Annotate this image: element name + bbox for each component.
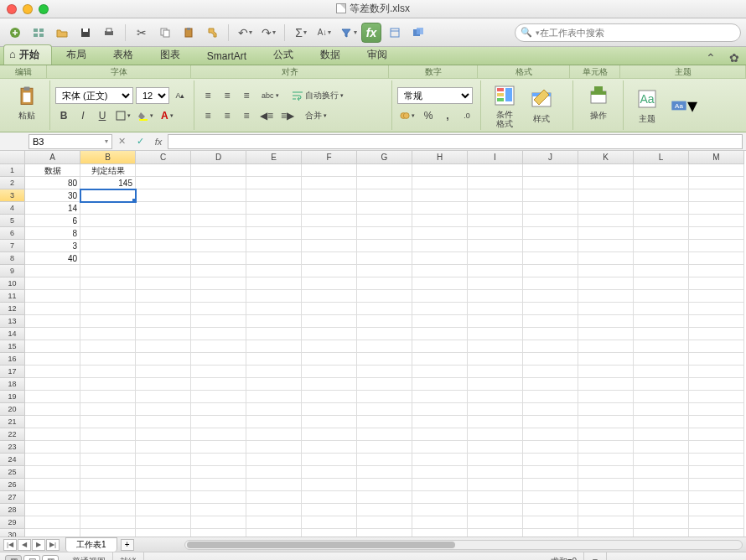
cancel-formula-button[interactable]: ✕ [114, 134, 129, 149]
cell[interactable] [578, 252, 634, 265]
cell[interactable] [302, 315, 357, 328]
col-header[interactable]: L [634, 151, 689, 164]
cell[interactable] [468, 491, 523, 504]
cell[interactable] [523, 277, 578, 290]
cell[interactable] [689, 164, 744, 177]
cell[interactable] [246, 366, 302, 378]
cell[interactable] [578, 227, 634, 240]
save-button[interactable] [75, 23, 96, 43]
cell[interactable] [246, 252, 302, 265]
cell[interactable] [191, 353, 246, 366]
cell[interactable] [523, 340, 578, 353]
select-all-corner[interactable] [0, 151, 25, 164]
cell[interactable] [25, 353, 80, 366]
cell[interactable] [136, 177, 191, 189]
cell[interactable] [412, 227, 468, 240]
cell[interactable] [412, 340, 468, 353]
comma-button[interactable]: , [439, 107, 456, 124]
cell[interactable] [25, 378, 80, 391]
cell[interactable] [634, 340, 689, 353]
cell[interactable] [689, 215, 744, 227]
align-middle-button[interactable]: ≡ [219, 87, 236, 104]
cell[interactable] [136, 378, 191, 391]
confirm-formula-button[interactable]: ✓ [132, 134, 148, 149]
merge-button[interactable]: 合并 [299, 107, 333, 124]
col-header[interactable]: B [80, 151, 136, 164]
cell[interactable] [191, 202, 246, 215]
cell[interactable] [523, 466, 578, 479]
row-header[interactable]: 17 [0, 366, 25, 378]
percent-button[interactable]: % [420, 107, 437, 124]
show-toolbox-button[interactable] [385, 23, 405, 43]
cell[interactable] [246, 240, 302, 252]
open-button[interactable] [52, 23, 72, 43]
cut-button[interactable]: ✂ [132, 23, 152, 43]
cells-area[interactable]: 数据判定结果80145301468340 [25, 164, 746, 537]
copy-button[interactable] [155, 23, 175, 43]
cell[interactable] [689, 504, 744, 516]
cell[interactable] [689, 454, 744, 466]
cell[interactable] [523, 290, 578, 303]
cell[interactable] [302, 378, 357, 391]
cell[interactable] [80, 328, 136, 340]
cell[interactable] [246, 516, 302, 529]
cell[interactable] [191, 340, 246, 353]
cell[interactable] [246, 391, 302, 403]
cell[interactable] [136, 416, 191, 428]
row-header[interactable]: 3 [0, 189, 25, 202]
cell[interactable] [634, 378, 689, 391]
cell[interactable]: 6 [25, 215, 80, 227]
cell[interactable]: 80 [25, 177, 80, 189]
cell[interactable] [246, 428, 302, 441]
print-button[interactable] [99, 23, 119, 43]
cell[interactable] [191, 391, 246, 403]
cell[interactable] [302, 240, 357, 252]
underline-button[interactable]: U [94, 107, 111, 124]
cell[interactable] [468, 391, 523, 403]
cell[interactable] [302, 252, 357, 265]
cell[interactable] [689, 315, 744, 328]
cell[interactable] [412, 454, 468, 466]
cell[interactable] [25, 328, 80, 340]
cell[interactable] [136, 529, 191, 537]
cell[interactable] [468, 177, 523, 189]
cell[interactable] [302, 227, 357, 240]
cell[interactable] [468, 240, 523, 252]
last-sheet-button[interactable]: ▶| [46, 539, 60, 551]
cell[interactable] [80, 416, 136, 428]
cell[interactable] [468, 265, 523, 277]
cell[interactable] [246, 303, 302, 315]
currency-button[interactable] [397, 107, 417, 124]
cell[interactable] [578, 366, 634, 378]
cell[interactable] [578, 479, 634, 491]
cell[interactable] [412, 516, 468, 529]
ribbon-tab-6[interactable]: 数据 [308, 44, 353, 65]
row-header[interactable]: 12 [0, 303, 25, 315]
sort-button[interactable]: A↓ [314, 23, 334, 43]
cell[interactable] [634, 215, 689, 227]
cell[interactable] [302, 428, 357, 441]
cell[interactable] [634, 164, 689, 177]
cell[interactable] [246, 504, 302, 516]
col-header[interactable]: A [25, 151, 80, 164]
font-size-select[interactable]: 12 [136, 87, 169, 104]
cell[interactable] [80, 290, 136, 303]
cell[interactable] [302, 504, 357, 516]
cell[interactable] [191, 454, 246, 466]
cell[interactable] [136, 290, 191, 303]
cell[interactable] [136, 466, 191, 479]
row-header[interactable]: 5 [0, 215, 25, 227]
increase-indent-button[interactable]: ≡▶ [278, 107, 297, 124]
cell[interactable] [246, 441, 302, 454]
cell[interactable] [136, 516, 191, 529]
cell[interactable] [246, 454, 302, 466]
cell[interactable] [302, 303, 357, 315]
ribbon-tab-0[interactable]: 开始 [3, 44, 52, 65]
cell[interactable] [25, 454, 80, 466]
grow-font-button[interactable]: A▴ [172, 87, 189, 104]
number-format-select[interactable]: 常规 [397, 87, 473, 104]
theme-fonts-bigbutton[interactable]: Aa▾ [666, 80, 702, 130]
cell[interactable] [412, 164, 468, 177]
cell[interactable] [357, 403, 412, 416]
cell[interactable] [357, 416, 412, 428]
